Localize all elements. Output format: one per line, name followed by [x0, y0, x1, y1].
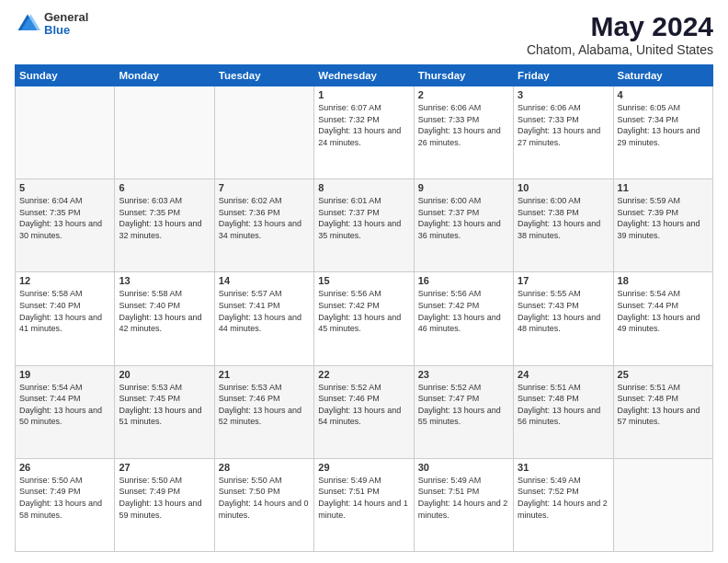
day-number: 2	[418, 89, 509, 100]
day-info: Sunrise: 5:56 AM Sunset: 7:42 PM Dayligh…	[318, 288, 409, 334]
calendar-table: Sunday Monday Tuesday Wednesday Thursday…	[15, 64, 713, 552]
day-number: 24	[518, 369, 609, 380]
day-number: 21	[219, 369, 310, 380]
day-number: 20	[119, 369, 210, 380]
subtitle: Chatom, Alabama, United States	[527, 42, 713, 57]
day-number: 8	[318, 182, 409, 193]
day-info: Sunrise: 5:58 AM Sunset: 7:40 PM Dayligh…	[19, 288, 110, 334]
day-cell: 27Sunrise: 5:50 AM Sunset: 7:49 PM Dayli…	[115, 458, 214, 551]
day-info: Sunrise: 6:02 AM Sunset: 7:36 PM Dayligh…	[219, 195, 310, 241]
day-info: Sunrise: 5:50 AM Sunset: 7:50 PM Dayligh…	[219, 475, 310, 521]
day-info: Sunrise: 5:51 AM Sunset: 7:48 PM Dayligh…	[618, 382, 709, 428]
day-info: Sunrise: 5:49 AM Sunset: 7:51 PM Dayligh…	[418, 475, 509, 521]
day-info: Sunrise: 6:04 AM Sunset: 7:35 PM Dayligh…	[19, 195, 110, 241]
day-info: Sunrise: 5:52 AM Sunset: 7:46 PM Dayligh…	[318, 382, 409, 428]
day-cell: 31Sunrise: 5:49 AM Sunset: 7:52 PM Dayli…	[514, 458, 613, 551]
logo-blue-text: Blue	[44, 24, 88, 37]
day-cell: 2Sunrise: 6:06 AM Sunset: 7:33 PM Daylig…	[414, 86, 513, 179]
day-number: 10	[518, 182, 609, 193]
day-number: 18	[618, 275, 709, 286]
day-number: 31	[518, 462, 609, 473]
col-tuesday: Tuesday	[214, 65, 313, 86]
day-number: 7	[219, 182, 310, 193]
day-cell: 10Sunrise: 6:00 AM Sunset: 7:38 PM Dayli…	[514, 179, 613, 272]
day-number: 22	[318, 369, 409, 380]
day-cell: 6Sunrise: 6:03 AM Sunset: 7:35 PM Daylig…	[115, 179, 214, 272]
day-number: 11	[618, 182, 709, 193]
week-row-1: 1Sunrise: 6:07 AM Sunset: 7:32 PM Daylig…	[16, 86, 713, 179]
day-cell: 30Sunrise: 5:49 AM Sunset: 7:51 PM Dayli…	[414, 458, 513, 551]
title-section: May 2024 Chatom, Alabama, United States	[527, 11, 713, 57]
day-cell: 21Sunrise: 5:53 AM Sunset: 7:46 PM Dayli…	[214, 365, 313, 458]
day-info: Sunrise: 5:49 AM Sunset: 7:51 PM Dayligh…	[318, 475, 409, 521]
day-cell: 1Sunrise: 6:07 AM Sunset: 7:32 PM Daylig…	[314, 86, 414, 179]
day-number: 25	[618, 369, 709, 380]
day-cell	[214, 86, 313, 179]
day-info: Sunrise: 6:07 AM Sunset: 7:32 PM Dayligh…	[318, 102, 409, 148]
logo-general-text: General	[44, 11, 88, 24]
day-cell: 14Sunrise: 5:57 AM Sunset: 7:41 PM Dayli…	[214, 272, 313, 365]
week-row-5: 26Sunrise: 5:50 AM Sunset: 7:49 PM Dayli…	[16, 458, 713, 551]
page: General Blue May 2024 Chatom, Alabama, U…	[0, 0, 728, 563]
day-number: 17	[518, 275, 609, 286]
day-number: 19	[19, 369, 110, 380]
day-info: Sunrise: 5:49 AM Sunset: 7:52 PM Dayligh…	[518, 475, 609, 521]
week-row-2: 5Sunrise: 6:04 AM Sunset: 7:35 PM Daylig…	[16, 179, 713, 272]
day-cell: 29Sunrise: 5:49 AM Sunset: 7:51 PM Dayli…	[314, 458, 414, 551]
day-cell: 13Sunrise: 5:58 AM Sunset: 7:40 PM Dayli…	[115, 272, 214, 365]
col-monday: Monday	[115, 65, 214, 86]
day-number: 6	[119, 182, 210, 193]
day-number: 14	[219, 275, 310, 286]
day-number: 16	[418, 275, 509, 286]
day-cell: 8Sunrise: 6:01 AM Sunset: 7:37 PM Daylig…	[314, 179, 414, 272]
day-cell: 7Sunrise: 6:02 AM Sunset: 7:36 PM Daylig…	[214, 179, 313, 272]
day-info: Sunrise: 5:58 AM Sunset: 7:40 PM Dayligh…	[119, 288, 210, 334]
day-info: Sunrise: 6:03 AM Sunset: 7:35 PM Dayligh…	[119, 195, 210, 241]
day-cell: 25Sunrise: 5:51 AM Sunset: 7:48 PM Dayli…	[613, 365, 712, 458]
col-friday: Friday	[514, 65, 613, 86]
logo-text: General Blue	[44, 11, 88, 38]
day-number: 3	[518, 89, 609, 100]
day-number: 27	[119, 462, 210, 473]
day-cell	[613, 458, 712, 551]
col-wednesday: Wednesday	[314, 65, 414, 86]
main-title: May 2024	[527, 11, 713, 42]
day-cell: 12Sunrise: 5:58 AM Sunset: 7:40 PM Dayli…	[16, 272, 115, 365]
day-cell: 15Sunrise: 5:56 AM Sunset: 7:42 PM Dayli…	[314, 272, 414, 365]
day-cell: 4Sunrise: 6:05 AM Sunset: 7:34 PM Daylig…	[613, 86, 712, 179]
day-cell: 17Sunrise: 5:55 AM Sunset: 7:43 PM Dayli…	[514, 272, 613, 365]
day-info: Sunrise: 5:55 AM Sunset: 7:43 PM Dayligh…	[518, 288, 609, 334]
day-cell	[16, 86, 115, 179]
day-info: Sunrise: 5:54 AM Sunset: 7:44 PM Dayligh…	[618, 288, 709, 334]
calendar-body: 1Sunrise: 6:07 AM Sunset: 7:32 PM Daylig…	[16, 86, 713, 552]
logo-icon	[15, 11, 40, 37]
day-cell: 19Sunrise: 5:54 AM Sunset: 7:44 PM Dayli…	[16, 365, 115, 458]
day-number: 9	[418, 182, 509, 193]
col-sunday: Sunday	[16, 65, 115, 86]
day-number: 4	[618, 89, 709, 100]
day-cell: 24Sunrise: 5:51 AM Sunset: 7:48 PM Dayli…	[514, 365, 613, 458]
day-number: 29	[318, 462, 409, 473]
day-cell: 26Sunrise: 5:50 AM Sunset: 7:49 PM Dayli…	[16, 458, 115, 551]
day-cell: 11Sunrise: 5:59 AM Sunset: 7:39 PM Dayli…	[613, 179, 712, 272]
day-number: 30	[418, 462, 509, 473]
day-cell: 18Sunrise: 5:54 AM Sunset: 7:44 PM Dayli…	[613, 272, 712, 365]
day-cell: 28Sunrise: 5:50 AM Sunset: 7:50 PM Dayli…	[214, 458, 313, 551]
day-info: Sunrise: 5:51 AM Sunset: 7:48 PM Dayligh…	[518, 382, 609, 428]
day-number: 1	[318, 89, 409, 100]
day-info: Sunrise: 5:57 AM Sunset: 7:41 PM Dayligh…	[219, 288, 310, 334]
header-row: Sunday Monday Tuesday Wednesday Thursday…	[16, 65, 713, 86]
day-number: 13	[119, 275, 210, 286]
day-info: Sunrise: 6:01 AM Sunset: 7:37 PM Dayligh…	[318, 195, 409, 241]
header: General Blue May 2024 Chatom, Alabama, U…	[15, 11, 713, 57]
day-info: Sunrise: 5:52 AM Sunset: 7:47 PM Dayligh…	[418, 382, 509, 428]
day-info: Sunrise: 6:05 AM Sunset: 7:34 PM Dayligh…	[618, 102, 709, 148]
day-number: 12	[19, 275, 110, 286]
day-number: 28	[219, 462, 310, 473]
day-info: Sunrise: 6:06 AM Sunset: 7:33 PM Dayligh…	[418, 102, 509, 148]
day-cell: 5Sunrise: 6:04 AM Sunset: 7:35 PM Daylig…	[16, 179, 115, 272]
day-cell: 3Sunrise: 6:06 AM Sunset: 7:33 PM Daylig…	[514, 86, 613, 179]
logo: General Blue	[15, 11, 88, 38]
week-row-3: 12Sunrise: 5:58 AM Sunset: 7:40 PM Dayli…	[16, 272, 713, 365]
day-info: Sunrise: 5:50 AM Sunset: 7:49 PM Dayligh…	[19, 475, 110, 521]
